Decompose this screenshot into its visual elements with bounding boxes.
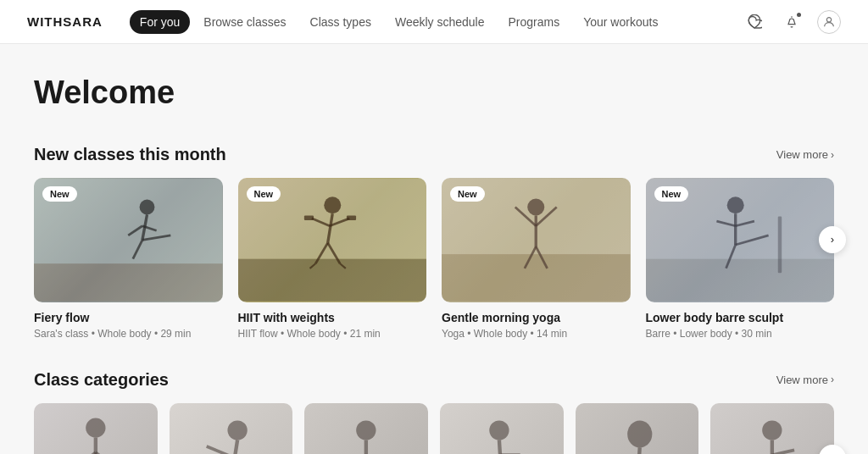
svg-rect-32 bbox=[646, 259, 835, 302]
user-avatar[interactable] bbox=[817, 10, 841, 34]
class-categories-section: Class categories View more › bbox=[34, 370, 834, 454]
category-card-5[interactable] bbox=[576, 403, 699, 454]
card-meta-1: Sara's class • Whole body • 29 min bbox=[34, 328, 223, 340]
nav-link-for-you[interactable]: For you bbox=[130, 10, 190, 34]
svg-line-65 bbox=[637, 447, 640, 454]
bell-icon[interactable] bbox=[780, 10, 804, 34]
svg-point-70 bbox=[763, 420, 782, 440]
svg-point-40 bbox=[86, 418, 105, 437]
svg-rect-39 bbox=[777, 217, 781, 274]
category-card-6[interactable] bbox=[710, 403, 834, 454]
new-badge-3: New bbox=[450, 186, 485, 202]
brand-logo[interactable]: WITHSARA bbox=[27, 14, 103, 29]
card-title-1: Fiery flow bbox=[34, 311, 223, 324]
svg-point-46 bbox=[227, 420, 247, 440]
nav-link-class-types[interactable]: Class types bbox=[300, 10, 381, 34]
svg-rect-12 bbox=[238, 259, 427, 302]
svg-point-13 bbox=[324, 197, 341, 213]
new-classes-title: New classes this month bbox=[34, 145, 226, 164]
categories-row: › bbox=[34, 403, 834, 454]
class-card-yoga[interactable]: New Gentle morning yoga Yoga • Whole bod… bbox=[442, 178, 631, 340]
svg-rect-4 bbox=[34, 263, 223, 302]
card-meta-3: Yoga • Whole body • 14 min bbox=[442, 328, 631, 340]
nav-icons bbox=[743, 10, 841, 34]
svg-line-59 bbox=[499, 440, 502, 454]
svg-point-25 bbox=[527, 198, 544, 215]
category-card-3[interactable] bbox=[304, 403, 428, 454]
class-card-barre[interactable]: New Lower body barre sculpt Barre • Lowe… bbox=[646, 178, 835, 340]
new-classes-header: New classes this month View more › bbox=[34, 145, 834, 164]
nav-link-weekly-schedule[interactable]: Weekly schedule bbox=[385, 10, 495, 34]
view-more-chevron-icon: › bbox=[831, 149, 834, 161]
new-classes-next-button[interactable]: › bbox=[819, 226, 846, 253]
svg-line-48 bbox=[206, 446, 233, 454]
categories-view-more[interactable]: View more › bbox=[776, 374, 834, 386]
svg-point-5 bbox=[140, 200, 155, 215]
svg-rect-24 bbox=[442, 254, 631, 302]
svg-point-52 bbox=[357, 420, 376, 440]
category-card-4[interactable] bbox=[440, 403, 564, 454]
nav-links: For you Browse classes Class types Weekl… bbox=[130, 10, 743, 34]
svg-point-58 bbox=[489, 420, 509, 440]
category-card-2[interactable] bbox=[170, 403, 293, 454]
new-badge-4: New bbox=[654, 186, 689, 202]
svg-point-1 bbox=[826, 17, 831, 21]
categories-header: Class categories View more › bbox=[34, 370, 834, 390]
card-meta-4: Barre • Lower body • 30 min bbox=[646, 328, 835, 340]
svg-point-33 bbox=[726, 197, 743, 213]
main-content: Welcome New classes this month View more… bbox=[0, 44, 868, 454]
card-title-2: HIIT with weights bbox=[238, 311, 427, 324]
heart-icon[interactable] bbox=[743, 10, 766, 34]
card-title-3: Gentle morning yoga bbox=[442, 311, 631, 324]
nav-link-your-workouts[interactable]: Your workouts bbox=[573, 10, 668, 34]
class-card-fiery-flow[interactable]: New Fiery flow Sara's class • Whole body… bbox=[34, 178, 223, 340]
nav-link-programs[interactable]: Programs bbox=[498, 10, 570, 34]
svg-rect-21 bbox=[303, 215, 313, 220]
svg-line-47 bbox=[231, 440, 237, 454]
card-meta-2: HIIT flow • Whole body • 21 min bbox=[238, 328, 427, 340]
nav-link-browse-classes[interactable]: Browse classes bbox=[193, 10, 296, 34]
new-badge-2: New bbox=[247, 186, 281, 202]
new-classes-view-more[interactable]: View more › bbox=[776, 148, 834, 161]
class-card-hiit[interactable]: New HIIT with weights HIIT flow • Whole … bbox=[238, 178, 427, 340]
card-title-4: Lower body barre sculpt bbox=[646, 311, 835, 324]
category-card-1[interactable] bbox=[34, 403, 158, 454]
svg-rect-22 bbox=[346, 215, 355, 220]
svg-point-64 bbox=[627, 420, 652, 447]
new-classes-row: New Fiery flow Sara's class • Whole body… bbox=[34, 178, 834, 340]
svg-line-73 bbox=[772, 450, 794, 454]
categories-view-more-chevron-icon: › bbox=[831, 374, 834, 385]
notification-dot bbox=[797, 13, 801, 17]
welcome-title: Welcome bbox=[34, 75, 834, 111]
new-badge-1: New bbox=[42, 186, 77, 202]
categories-title: Class categories bbox=[34, 370, 169, 390]
navigation: WITHSARA For you Browse classes Class ty… bbox=[0, 0, 868, 44]
